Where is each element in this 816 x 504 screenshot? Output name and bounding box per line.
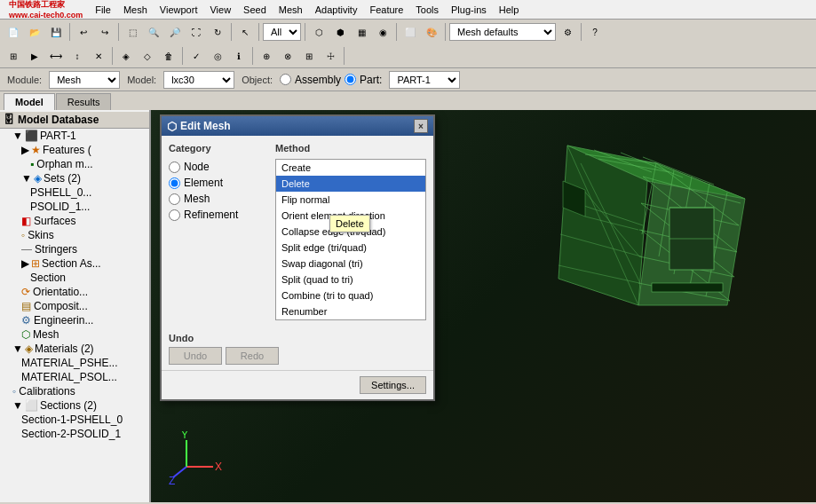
module-dropdown[interactable]: Mesh bbox=[49, 71, 120, 89]
tree-calibrations[interactable]: ◦ Calibrations bbox=[0, 384, 149, 398]
tb-redo[interactable]: ↪ bbox=[95, 22, 115, 42]
tb-new[interactable]: 📄 bbox=[4, 22, 23, 42]
tb-del-seed[interactable]: ✕ bbox=[89, 46, 108, 66]
menu-view[interactable]: View bbox=[204, 3, 236, 17]
tb-mesh-part[interactable]: ◈ bbox=[116, 46, 136, 66]
menu-tools[interactable]: Tools bbox=[410, 3, 444, 17]
dialog-close-button[interactable]: × bbox=[414, 119, 428, 133]
tb-undo[interactable]: ↩ bbox=[74, 22, 93, 42]
tb-bc3[interactable]: ⊞ bbox=[299, 46, 319, 66]
radio-node-input[interactable] bbox=[169, 161, 180, 173]
tb-shaded[interactable]: ⬢ bbox=[330, 22, 350, 42]
tree-section[interactable]: Section bbox=[0, 271, 149, 285]
redo-button[interactable]: Redo bbox=[226, 347, 279, 365]
method-renumber[interactable]: Renumber bbox=[276, 303, 425, 319]
method-delete[interactable]: Delete bbox=[276, 176, 425, 192]
tb-mesh-info[interactable]: ℹ bbox=[229, 46, 249, 66]
tb-color[interactable]: 🎨 bbox=[422, 22, 441, 42]
tb-zoom-out[interactable]: 🔎 bbox=[165, 22, 185, 42]
menu-file[interactable]: File bbox=[90, 3, 116, 17]
tree-section1[interactable]: Section-1-PSHELL_0 bbox=[0, 413, 149, 427]
tb-improve[interactable]: ◎ bbox=[208, 46, 227, 66]
tb-rotate[interactable]: ↻ bbox=[208, 22, 227, 42]
tb-wireframe[interactable]: ⬡ bbox=[309, 22, 329, 42]
part-dropdown[interactable]: PART-1 bbox=[389, 71, 460, 89]
part-radio[interactable] bbox=[345, 74, 356, 85]
menu-feature[interactable]: Feature bbox=[364, 3, 408, 17]
tb-seed-part[interactable]: ⟷ bbox=[46, 46, 66, 66]
tab-model[interactable]: Model bbox=[4, 93, 55, 110]
tree-surfaces[interactable]: ◧ Surfaces bbox=[0, 214, 149, 228]
tb-open[interactable]: 📂 bbox=[25, 22, 44, 42]
tree-mat-psolid[interactable]: MATERIAL_PSOL... bbox=[0, 370, 149, 384]
tb-bc1[interactable]: ⊕ bbox=[257, 46, 276, 66]
tb-save[interactable]: 💾 bbox=[46, 22, 66, 42]
mesh-defaults-dropdown[interactable]: Mesh defaults bbox=[449, 23, 556, 41]
tb-zoom-fit[interactable]: ⛶ bbox=[186, 22, 206, 42]
tree-composites[interactable]: ▤ Composit... bbox=[0, 299, 149, 313]
tb-mesh-region[interactable]: ◇ bbox=[138, 46, 157, 66]
menu-viewport[interactable]: Viewport bbox=[154, 3, 203, 17]
method-flip[interactable]: Flip normalDelete bbox=[276, 192, 425, 208]
tb-bc4[interactable]: ☩ bbox=[321, 46, 340, 66]
radio-element-input[interactable] bbox=[169, 177, 180, 189]
method-create[interactable]: Create bbox=[276, 160, 425, 176]
tree-features[interactable]: ▶ ★ Features ( bbox=[0, 143, 149, 157]
radio-mesh[interactable]: Mesh bbox=[169, 191, 268, 207]
all-dropdown[interactable]: All bbox=[263, 23, 301, 41]
tree-mat-pshell[interactable]: MATERIAL_PSHE... bbox=[0, 356, 149, 370]
tb-help[interactable]: ? bbox=[585, 22, 605, 42]
tb-bc2[interactable]: ⊗ bbox=[278, 46, 297, 66]
method-split-edge[interactable]: Split edge (tri/quad) bbox=[276, 240, 425, 256]
axis-indicator: X Y Z bbox=[169, 431, 231, 484]
tree-orientation[interactable]: ⟳ Orientatio... bbox=[0, 285, 149, 299]
tb-persp[interactable]: ⬜ bbox=[400, 22, 420, 42]
radio-refinement[interactable]: Refinement bbox=[169, 207, 268, 223]
menu-mesh[interactable]: Mesh bbox=[118, 3, 153, 17]
tree-psolid[interactable]: PSOLID_1... bbox=[0, 200, 149, 214]
tree-mesh[interactable]: ⬡ Mesh bbox=[0, 327, 149, 342]
tree-sections[interactable]: ▼ ⬜ Sections (2) bbox=[0, 398, 149, 413]
undo-button[interactable]: Undo bbox=[169, 347, 222, 365]
tree-section-as[interactable]: ▶ ⊞ Section As... bbox=[0, 256, 149, 271]
tb-seed-edge[interactable]: ↕ bbox=[67, 46, 87, 66]
tb-settings-gear[interactable]: ⚙ bbox=[558, 22, 577, 42]
method-collapse[interactable]: Collapse edge (tri/quad) bbox=[276, 224, 425, 240]
tree-orphan[interactable]: ▪ Orphan m... bbox=[0, 157, 149, 171]
model-dropdown[interactable]: lxc30 bbox=[163, 71, 234, 89]
method-split-quad[interactable]: Split (quad to tri) bbox=[276, 272, 425, 287]
settings-button[interactable]: Settings... bbox=[360, 376, 426, 394]
tab-results[interactable]: Results bbox=[56, 93, 112, 110]
menu-seed[interactable]: Seed bbox=[238, 3, 272, 17]
tb-mesh-ctrl[interactable]: ⊞ bbox=[4, 46, 23, 66]
tree-stringers[interactable]: — Stringers bbox=[0, 242, 149, 256]
tree-materials[interactable]: ▼ ◈ Materials (2) bbox=[0, 342, 149, 356]
tb-select[interactable]: ↖ bbox=[235, 22, 255, 42]
menu-adaptivity[interactable]: Adaptivity bbox=[310, 3, 363, 17]
radio-element[interactable]: Element bbox=[169, 175, 268, 191]
tree-engineering[interactable]: ⚙ Engineerin... bbox=[0, 313, 149, 327]
radio-mesh-input[interactable] bbox=[169, 193, 180, 205]
tree-sets[interactable]: ▼ ◈ Sets (2) bbox=[0, 171, 149, 185]
method-swap[interactable]: Swap diagonal (tri) bbox=[276, 256, 425, 272]
tb-zoom-in[interactable]: 🔍 bbox=[144, 22, 163, 42]
menu-mesh2[interactable]: Mesh bbox=[273, 3, 308, 17]
tb-render[interactable]: ◉ bbox=[373, 22, 392, 42]
tb-assign[interactable]: ▶ bbox=[25, 46, 44, 66]
tree-part1[interactable]: ▼ ⬛ PART-1 bbox=[0, 129, 149, 143]
radio-node[interactable]: Node bbox=[169, 159, 268, 175]
menu-plugins[interactable]: Plug-ins bbox=[446, 3, 492, 17]
tb-delete-mesh[interactable]: 🗑 bbox=[159, 46, 178, 66]
radio-refinement-input[interactable] bbox=[169, 209, 180, 221]
tree-section2[interactable]: Section-2-PSOLID_1 bbox=[0, 427, 149, 441]
tree-pshell[interactable]: PSHELL_0... bbox=[0, 185, 149, 200]
tree-item-label: Section bbox=[30, 272, 66, 284]
assembly-radio[interactable] bbox=[280, 74, 291, 85]
menu-help[interactable]: Help bbox=[494, 3, 525, 17]
method-orient[interactable]: Orient element direction bbox=[276, 208, 425, 224]
method-combine[interactable]: Combine (tri to quad) bbox=[276, 287, 425, 303]
tb-verify[interactable]: ✓ bbox=[186, 46, 206, 66]
tree-skins[interactable]: ◦ Skins bbox=[0, 228, 149, 242]
tb-zoom-box[interactable]: ⬚ bbox=[123, 22, 142, 42]
tb-shaded-wire[interactable]: ▦ bbox=[352, 22, 371, 42]
